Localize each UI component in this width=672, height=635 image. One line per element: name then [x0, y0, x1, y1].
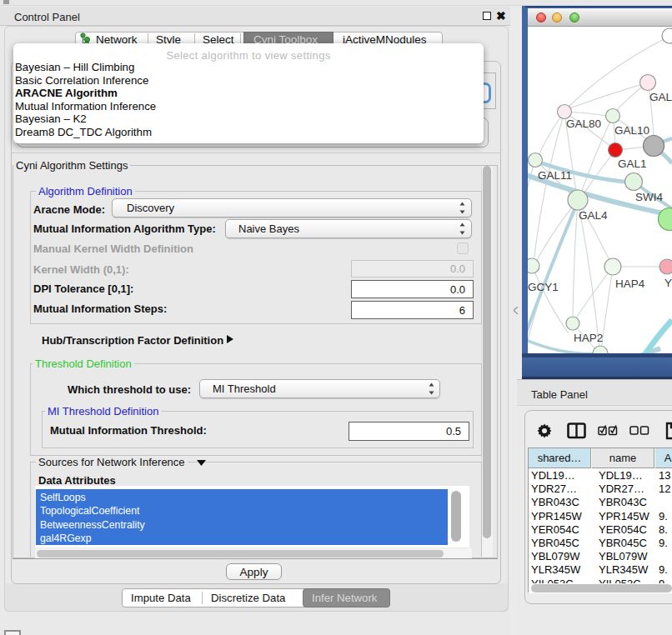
- svg-text:GAL4: GAL4: [579, 209, 608, 222]
- svg-text:HAP4: HAP4: [615, 278, 645, 290]
- svg-text:GAL80: GAL80: [566, 118, 601, 130]
- svg-text:GAL11: GAL11: [538, 169, 572, 182]
- svg-text:GAL10: GAL10: [614, 124, 649, 137]
- svg-text:GCY1: GCY1: [528, 281, 559, 293]
- svg-text:GAL7: GAL7: [649, 91, 672, 103]
- svg-text:HAP2: HAP2: [574, 332, 603, 344]
- svg-text:SWI4: SWI4: [635, 191, 663, 203]
- svg-text:GAL1: GAL1: [618, 158, 647, 170]
- svg-text:Y: Y: [664, 277, 672, 289]
